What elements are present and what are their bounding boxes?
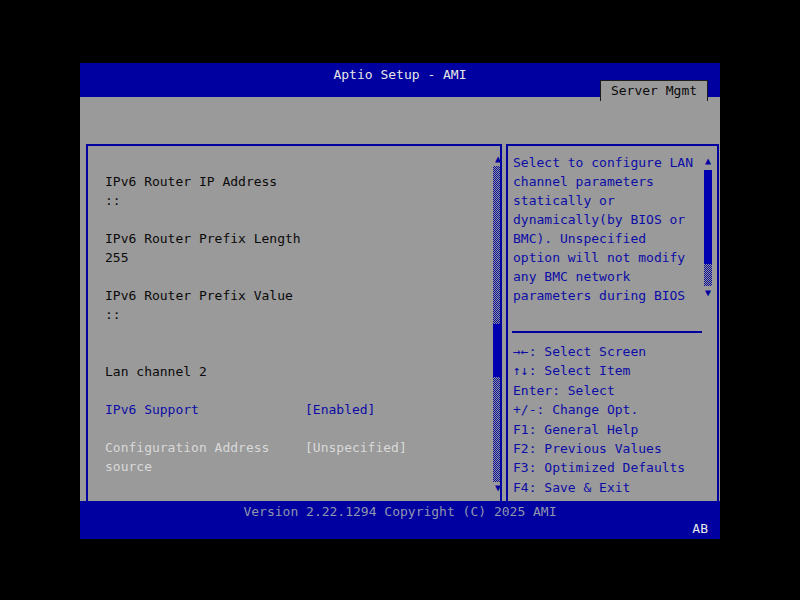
- option-label: Configuration Address source: [105, 438, 305, 476]
- help-divider: [512, 331, 702, 333]
- help-panel: Select to configure LAN channel paramete…: [506, 144, 719, 524]
- body-area: IPv6 Router IP Address :: IPv6 Router Pr…: [80, 97, 720, 501]
- help-description: Select to configure LAN channel paramete…: [513, 153, 707, 305]
- section-lan-channel-2: Lan channel 2: [105, 362, 207, 381]
- scroll-down-icon[interactable]: ▼: [702, 287, 714, 299]
- hotkey-legend: →←: Select Screen ↑↓: Select Item Enter:…: [513, 342, 713, 517]
- field-label: IPv6 Router IP Address: [105, 172, 277, 191]
- field-ipv6-router-prefix-value: IPv6 Router Prefix Value ::: [105, 286, 293, 324]
- hotkey-general-help: F1: General Help: [513, 420, 713, 439]
- scroll-down-icon[interactable]: ▼: [492, 482, 504, 494]
- field-label: IPv6 Router Prefix Length: [105, 229, 301, 248]
- scrollbar-thumb[interactable]: [704, 170, 712, 264]
- scrollbar-thumb[interactable]: [493, 324, 500, 377]
- option-value[interactable]: [Unspecified]: [305, 438, 407, 457]
- version-text: Version 2.22.1294 Copyright (C) 2025 AMI: [80, 504, 720, 519]
- option-ipv6-support[interactable]: IPv6 Support [Enabled]: [105, 400, 199, 419]
- scroll-up-icon[interactable]: ▲: [492, 153, 504, 165]
- hotkey-change-opt: +/-: Change Opt.: [513, 400, 713, 419]
- field-ipv6-router-ip-address: IPv6 Router IP Address ::: [105, 172, 277, 210]
- field-value: 255: [105, 248, 301, 267]
- hotkey-select-item: ↑↓: Select Item: [513, 361, 713, 380]
- scrollbar-track[interactable]: [704, 264, 712, 286]
- hotkey-select-screen: →←: Select Screen: [513, 342, 713, 361]
- field-label: IPv6 Router Prefix Value: [105, 286, 293, 305]
- option-label: IPv6 Support: [105, 400, 199, 419]
- status-bar: Version 2.22.1294 Copyright (C) 2025 AMI…: [80, 501, 720, 539]
- section-label: Lan channel 2: [105, 362, 207, 381]
- options-panel: IPv6 Router IP Address :: IPv6 Router Pr…: [86, 144, 502, 524]
- option-configuration-address-source[interactable]: Configuration Address source [Unspecifie…: [105, 438, 305, 476]
- hotkey-save-exit: F4: Save & Exit: [513, 478, 713, 497]
- field-value: ::: [105, 305, 293, 324]
- tab-server-mgmt[interactable]: Server Mgmt: [600, 80, 708, 101]
- field-value: ::: [105, 191, 277, 210]
- setup-screen: Aptio Setup - AMI Server Mgmt IPv6 Route…: [80, 63, 720, 539]
- field-ipv6-router-prefix-length: IPv6 Router Prefix Length 255: [105, 229, 301, 267]
- hotkey-previous-values: F2: Previous Values: [513, 439, 713, 458]
- option-value[interactable]: [Enabled]: [305, 400, 375, 419]
- corner-label: AB: [692, 521, 708, 536]
- hotkey-enter-select: Enter: Select: [513, 381, 713, 400]
- bios-setup-screen: { "colors": { "navy": "#0000a0", "body_g…: [0, 0, 800, 600]
- hotkey-optimized-defaults: F3: Optimized Defaults: [513, 458, 713, 477]
- scroll-up-icon[interactable]: ▲: [702, 155, 714, 167]
